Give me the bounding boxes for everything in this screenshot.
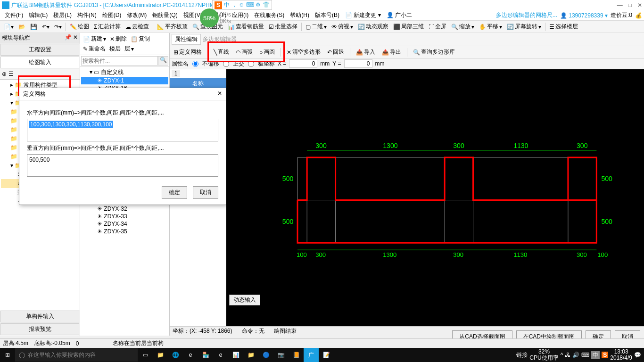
tab-prop-edit[interactable]: 属性编辑 [172, 34, 201, 45]
btn-arc[interactable]: ◠ 画弧 [234, 47, 255, 57]
btn-cad-draw[interactable]: 在CAD中绘制截面图 [516, 330, 582, 336]
tray-vol-icon[interactable]: 🔊 [572, 352, 579, 358]
nav-tool-2[interactable]: ☰ [8, 71, 14, 77]
account-id[interactable]: 👤 13907298339 ▾ [560, 12, 608, 19]
task-view-icon[interactable]: ▭ [138, 348, 153, 362]
tb-draw[interactable]: ✏️绘图 [68, 22, 91, 32]
tb-dyn[interactable]: 🔄动态观察 [356, 22, 390, 32]
tab-project-settings[interactable]: 工程设置 [0, 44, 79, 56]
btn-circle[interactable]: ○ 画圆 [257, 47, 277, 57]
tb-save[interactable]: 💾 [28, 23, 39, 31]
menu-draw[interactable]: 绘图(D) [99, 11, 124, 19]
dynamic-input-btn[interactable]: 动态输入 [229, 295, 260, 305]
task-link[interactable]: 链接 [516, 351, 528, 359]
list-item[interactable]: ☀ ZDYX-35 [81, 228, 168, 235]
radio-polar[interactable] [248, 61, 254, 67]
menu-app[interactable]: 应用(I) [229, 11, 251, 19]
list-item[interactable]: ☀ ZDYX-34 [81, 220, 168, 228]
dialog-ok-button[interactable]: 确定 [162, 186, 187, 199]
tb-new[interactable]: 📄▾ [2, 23, 16, 31]
taskbar-search[interactable]: ◯ 在这里输入你要搜索的内容 [15, 348, 138, 362]
maximize-button[interactable]: □ [628, 2, 632, 8]
close-button[interactable]: ✕ [637, 2, 642, 8]
ime-icons[interactable]: ， ☺ ⌨ ⚙ 👕 [231, 1, 270, 9]
tb-bird[interactable]: 👁俯视▾ [330, 22, 355, 32]
tb-selfloor[interactable]: ☰选择楼层 [547, 22, 580, 32]
nav-tool-1[interactable]: ⊕ [2, 71, 7, 77]
btn-export[interactable]: 📤 导出 [380, 47, 403, 57]
task-app-7[interactable]: 📁 [243, 348, 258, 362]
menu-floor[interactable]: 楼层(L) [50, 11, 74, 19]
menu-rebar[interactable]: 钢筋量(Q) [149, 11, 180, 19]
task-app-5[interactable]: e [213, 348, 228, 362]
x-input[interactable] [289, 59, 317, 68]
tray-notif-icon[interactable]: 💬 [634, 352, 641, 358]
task-app-4[interactable]: 🏪 [198, 348, 213, 362]
mid-rename[interactable]: ✎重命名 [81, 44, 107, 54]
task-app-10[interactable]: 📙 [289, 348, 304, 362]
drawing-canvas[interactable]: 300 1300 300 1130 300 100 300 1300 300 1… [226, 69, 644, 326]
btn-query[interactable]: 🔍 查询多边形库 [411, 47, 457, 57]
dialog-close-icon[interactable]: ✕ [217, 90, 222, 98]
mid-floor[interactable]: 楼层 [107, 44, 123, 54]
menu-file[interactable]: 文件(F) [2, 11, 26, 19]
wallet-icon[interactable]: 💰 [635, 12, 642, 19]
perf-widget[interactable]: 58% 0K/s 0K/s [200, 8, 231, 27]
ime-zhong[interactable]: 中 [224, 1, 230, 9]
menu-new-change[interactable]: 📄 新建变更 ▾ [342, 11, 384, 19]
tb-flat[interactable]: 📐平齐板顶 [155, 22, 190, 32]
task-app-9[interactable]: 📷 [273, 348, 289, 362]
h-spacing-input[interactable]: 100,300,1300,300,1130,300,100 [27, 119, 218, 141]
tb-cloud[interactable]: ☁ 云检查 [124, 22, 151, 32]
mid-new[interactable]: 📄新建▾ [81, 34, 108, 44]
btn-line[interactable]: ╲ 直线 [212, 47, 231, 57]
credits[interactable]: 造价豆:0 [611, 11, 632, 19]
search-button[interactable]: 🔍 [158, 56, 168, 66]
dialog-cancel-button[interactable]: 取消 [193, 186, 218, 199]
btn-undo[interactable]: ↶ 回退 [325, 47, 346, 57]
task-app-12[interactable]: 📝 [319, 348, 334, 362]
tb-viewbar[interactable]: 📊查看钢筋量 [226, 22, 266, 32]
list-item[interactable]: ☀ ZDYX-32 [81, 205, 168, 213]
menu-user[interactable]: 👤 广小二 [384, 11, 415, 19]
tb-pan[interactable]: ✋平移▾ [477, 22, 504, 32]
tab-report[interactable]: 报表预览 [0, 323, 79, 335]
btn-define-grid[interactable]: ⊞ 定义网格 [172, 47, 204, 57]
tray-net-icon[interactable]: 🖧 [565, 352, 570, 358]
mid-layer[interactable]: 层▾ [123, 44, 136, 54]
start-button[interactable]: ⊞ [0, 348, 15, 362]
tb-undo[interactable]: ↶▾ [40, 23, 51, 31]
tb-3d[interactable]: ⬛局部三维 [391, 22, 426, 32]
tray-ime-zhong[interactable]: 中 [591, 351, 600, 359]
tray-up-icon[interactable]: ^ [561, 352, 563, 358]
mid-root[interactable]: ▾ ▭ 自定义线 [81, 68, 168, 77]
mid-copy[interactable]: 📋复制 [129, 34, 152, 44]
task-app-1[interactable]: 📁 [153, 348, 168, 362]
tray-ime-icon[interactable]: ⌨ [581, 352, 589, 358]
tray-clock[interactable]: 13:032018/4/9 [610, 349, 632, 361]
menu-online[interactable]: 在线服务(S) [251, 11, 287, 19]
cpu-meter[interactable]: 32%CPU使用率 [529, 349, 558, 361]
tray-sogou[interactable]: S [602, 352, 608, 358]
nav-pin-icon[interactable]: 📌 ✕ [65, 34, 78, 42]
tb-redo[interactable]: ↷▾ [52, 23, 64, 31]
tab-draw-input[interactable]: 绘图输入 [0, 57, 79, 68]
task-app-8[interactable]: 🔵 [258, 348, 273, 362]
menu-version[interactable]: 版本号(B) [312, 11, 342, 19]
task-app-6[interactable]: 📊 [228, 348, 243, 362]
y-input[interactable] [344, 59, 372, 68]
btn-import[interactable]: 📥 导入 [354, 47, 377, 57]
task-app-3[interactable]: e [183, 348, 198, 362]
menu-component[interactable]: 构件(N) [74, 11, 99, 19]
tb-open[interactable]: 📂 [17, 23, 27, 31]
tb-full[interactable]: ⛶全屏 [427, 22, 448, 32]
mid-sel-item[interactable]: ☀ ZDYX-1 [81, 77, 168, 84]
tab-single-input[interactable]: 单构件输入 [0, 311, 79, 322]
tb-rot[interactable]: 🔄屏幕旋转▾ [505, 22, 543, 32]
radio-no-offset[interactable] [192, 61, 198, 67]
task-app-11[interactable]: 广 [304, 348, 319, 362]
v-spacing-input[interactable]: 500,500 [27, 154, 218, 177]
list-item[interactable]: ☀ ZDYX-33 [81, 213, 168, 220]
btn-cad-select[interactable]: 从CAD选择截面图 [452, 330, 512, 336]
menu-modify[interactable]: 修改(M) [124, 11, 149, 19]
